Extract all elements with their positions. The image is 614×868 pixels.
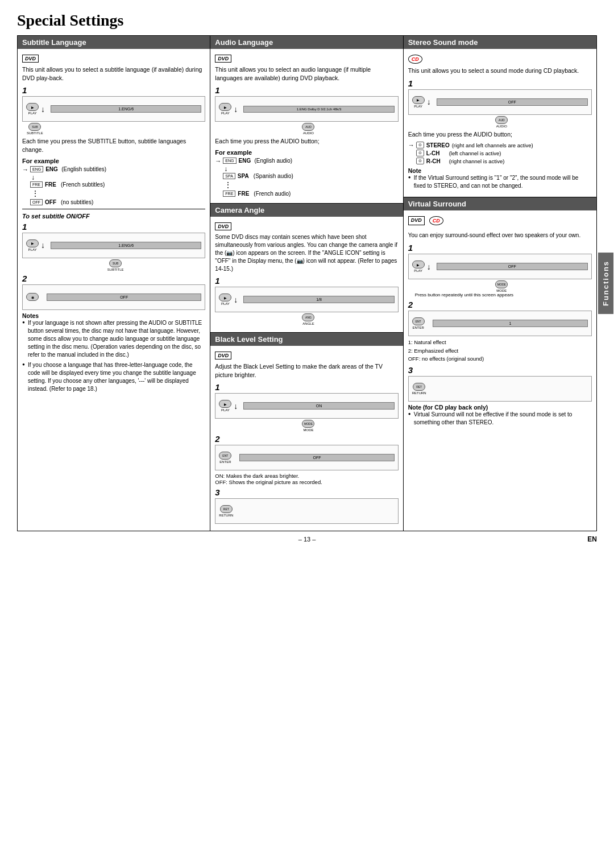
stereo-step1: 1 ▶ PLAY ↓ OFF AUD AUDIO	[408, 78, 592, 128]
vs-enter-remote: ENT ENTER	[412, 317, 425, 329]
surround-body-text: You can enjoy surround-sound effect over…	[408, 232, 592, 239]
play-remote: ▶ PLAY	[26, 103, 39, 115]
audio-step1: 1 ▶ PLAY ↓ 1.ENG Dolby D 3/2.1ch 48k/3 A…	[215, 85, 398, 135]
subtitle-body-text: This unit allows you to select a subtitl…	[22, 65, 205, 82]
audio-spa-icon: SPA	[223, 173, 235, 179]
stereo-note-item: If the Virtual Surround setting is "1" o…	[408, 174, 592, 190]
stereo-note: Note If the Virtual Surround setting is …	[408, 167, 592, 190]
stereo-content: CD This unit allows you to select a soun…	[404, 52, 596, 197]
audio-step1-screen: 1.ENG Dolby D 3/2.1ch 48k/3	[243, 106, 394, 113]
subtitle-header: Subtitle Language	[18, 36, 210, 49]
audio-fre-desc: (French audio)	[254, 191, 291, 197]
effect-natural: 1: Natural effect	[408, 338, 592, 346]
stereo-play-btn: ▶	[412, 96, 425, 104]
subtitle-remote2: SUB SUBTITLE	[26, 259, 205, 271]
audio-eng-desc: (English audio)	[255, 158, 293, 164]
camera-step1-diagram: ▶ PLAY ↓ 1/8	[215, 287, 398, 312]
stereo-mode-lch: ⊙ L-CH (left channel is active)	[416, 150, 592, 156]
play-button-icon: ▶	[26, 103, 39, 111]
angle-remote: ANG ANGLE	[218, 313, 398, 325]
subtitle-step1: 1 ▶ PLAY ↓ 1.ENG/6 SUB SUBTITLE	[22, 85, 205, 135]
bl-step3: 3 RET RETURN	[215, 487, 398, 524]
audio-body-text: This unit allows you to select an audio …	[215, 65, 398, 82]
bl-return-btn: RET	[220, 505, 233, 513]
subtitle-btn2: SUB	[109, 259, 122, 267]
dvd-badge-virtual: DVD	[408, 216, 425, 225]
vs-note-cd-item: Virtual Surround will not be effective i…	[408, 411, 592, 427]
audio-step1-diagram: ▶ PLAY ↓ 1.ENG Dolby D 3/2.1ch 48k/3	[215, 96, 398, 122]
virtual-header: Virtual Surround	[404, 197, 596, 210]
on-off-step2-diagram: ◉ OFF	[22, 284, 205, 310]
vs-note-cd-list: Virtual Surround will not be effective i…	[408, 411, 592, 427]
bl-step1-screen: ON	[243, 402, 394, 410]
eng-icon: ENG	[30, 166, 43, 172]
vs-step2-diagram: ENT ENTER 1	[408, 311, 592, 336]
vs-step2: 2 ENT ENTER 1	[408, 300, 592, 336]
vs-play-remote: ▶ PLAY	[412, 261, 425, 272]
cd-badge-virtual: CD	[429, 216, 443, 225]
stereo-body-text: This unit allows you to select a sound m…	[408, 67, 592, 75]
stereo-desc: (right and left channels are active)	[452, 142, 533, 148]
stereo-mode-rch: ⊙ R-CH (right channel is active)	[416, 158, 592, 164]
vs-effects: 1: Natural effect 2: Emphasized effect O…	[408, 338, 592, 363]
functions-tab: Functions	[598, 253, 613, 314]
bl-step1-diagram: ▶ PLAY ↓ ON	[215, 393, 398, 419]
remote-icon-step2: ◉	[26, 293, 39, 301]
subtitle-step1-diagram: ▶ PLAY ↓ 1.ENG/6	[22, 96, 205, 122]
effect-off: OFF: no effects (original sound)	[408, 355, 592, 363]
stereo-step1-screen: OFF	[437, 98, 588, 106]
subtitle-on-off-step1: 1 ▶ PLAY ↓ 1.ENG/6 SUB SUBTITLE	[22, 222, 205, 271]
bl-step1: 1 ▶ PLAY ↓ ON MODE MODE	[215, 382, 398, 432]
subtitle-button-icon: SUB	[28, 123, 41, 131]
page-title: Special Settings	[17, 11, 597, 30]
audio-btn: AUD	[302, 123, 314, 131]
dvd-badge-camera: DVD	[215, 222, 231, 230]
camera-step1: 1 ▶ PLAY ↓ 1/8 ANG ANGLE	[215, 276, 398, 325]
rch-desc: (right channel is active)	[449, 158, 505, 164]
virtual-content: DVD CD You can enjoy surround-sound effe…	[404, 214, 596, 433]
play-remote2: ▶ PLAY	[26, 239, 39, 251]
effect-emphasized: 2: Emphasized effect	[408, 347, 592, 355]
lch-label: L-CH	[426, 150, 449, 156]
subtitle-on-off-step2: 2 ◉ OFF	[22, 274, 205, 310]
subtitle-content: DVD This unit allows you to select a sub…	[18, 52, 210, 400]
black-level-body: Adjust the Black Level Setting to make t…	[215, 362, 398, 379]
cd-badge-stereo: CD	[408, 55, 422, 64]
vs-enter-btn: ENT	[412, 317, 425, 325]
stereo-icon: ⊙	[416, 142, 424, 148]
dvd-badge-subtitle: DVD	[22, 55, 39, 63]
notes-list: If your language is not shown after pres…	[22, 319, 205, 393]
bl-on-text: ON: Makes the dark areas brighter.	[215, 473, 398, 479]
audio-play-remote: ▶ PLAY	[219, 103, 231, 115]
virtual-badges: DVD CD	[408, 216, 592, 228]
dvd-badge-audio: DVD	[215, 55, 231, 63]
vs-return-btn: RET	[413, 383, 425, 391]
audio-btn-remote: AUD AUDIO	[218, 123, 398, 135]
bl-enter-btn: ENT	[219, 452, 231, 460]
vs-step1-screen: OFF	[437, 263, 588, 270]
audio-examples: → ENG ENG (English audio) ↓ SPA SPA (Spa…	[215, 158, 398, 197]
bl-step2-screen: OFF	[239, 454, 394, 461]
audio-eng-icon: ENG	[223, 158, 236, 164]
camera-play-remote: ▶ PLAY	[219, 294, 231, 305]
off-icon: OFF	[30, 199, 43, 205]
note-item-2: If you choose a language that has three-…	[22, 361, 205, 393]
stereo-note-title: Note	[408, 167, 592, 174]
audio-play-btn: ▶	[219, 103, 231, 111]
audio-spa-desc: (Spanish audio)	[254, 173, 293, 179]
vs-press-note: Press button repeatedly until this scree…	[415, 292, 592, 297]
rch-icon: ⊙	[416, 158, 424, 164]
vs-note-cd-title: Note (for CD play back only)	[408, 404, 592, 411]
lch-desc: (left channel is active)	[449, 150, 501, 156]
audio-spa-label: SPA	[238, 173, 254, 179]
col-subtitle: Subtitle Language DVD This unit allows y…	[18, 36, 210, 531]
bl-step2-diagram: ENT ENTER OFF	[215, 445, 398, 470]
stereo-press-text: Each time you press the AUDIO button;	[408, 130, 592, 139]
camera-header: Camera Angle	[210, 204, 403, 217]
vs-step1: 1 ▶ PLAY ↓ OFF MODE MODE Press button re…	[408, 243, 592, 297]
subtitle-for-example: For example	[22, 158, 205, 164]
fre-icon: FRE	[30, 181, 43, 188]
audio-btn-stereo: AUD	[495, 116, 508, 124]
col-stereo: Stereo Sound mode CD This unit allows yo…	[404, 36, 596, 531]
col-audio: Audio Language DVD This unit allows you …	[210, 36, 403, 531]
